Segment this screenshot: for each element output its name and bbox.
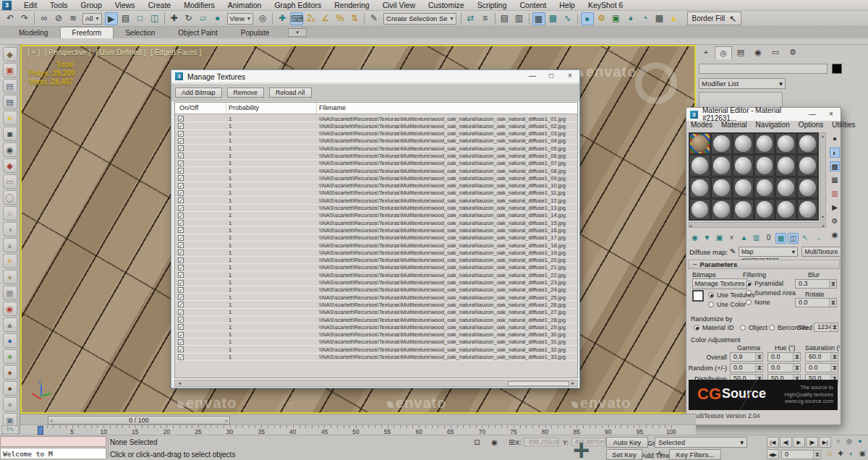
checkbox[interactable]: ✓ [178,116,184,122]
modifier-list-dropdown[interactable]: Modifier List ▾ [699,78,786,89]
close-icon[interactable]: × [561,70,579,82]
tab-object-paint[interactable]: Object Paint [166,27,229,38]
me-menu-utilities[interactable]: Utilities [827,121,859,131]
checkbox[interactable]: ✓ [178,168,184,174]
vertical-scrollbar[interactable]: ▴▾ [820,132,826,221]
material-sample-slot-12[interactable] [797,155,818,176]
angle-snap-icon[interactable]: ∠ [319,12,332,25]
select-and-link-icon[interactable]: ∞ [38,12,51,25]
checkbox[interactable]: ✓ [178,175,184,181]
spheres-array-icon[interactable]: ▦ [3,286,17,300]
rotate-field[interactable]: 0.0 [795,298,837,307]
table-row[interactable]: ✓1\\NAS\scarlett\Recursos\Texturas\Multi… [175,160,577,167]
table-row[interactable]: ✓1\\NAS\scarlett\Recursos\Texturas\Multi… [175,257,577,264]
spinner[interactable] [829,280,835,288]
table-row[interactable]: ✓1\\NAS\scarlett\Recursos\Texturas\Multi… [175,316,577,323]
video-color-check-icon[interactable]: ▥ [830,189,840,199]
material-sample-slot-9[interactable] [733,155,754,176]
add-bitmap-button[interactable]: Add Bitmap [175,88,222,98]
ellipse-tool-icon[interactable]: ◯ [3,190,17,205]
material-sample-slot-1[interactable] [689,133,710,154]
border-fill-button[interactable]: Border Fill ↖ [687,12,742,25]
app-logo-icon[interactable]: 3 [2,1,12,10]
material-sample-slot-14[interactable] [711,177,732,198]
time-slider-handle[interactable]: < 0 / 100 > [48,416,230,425]
checkbox[interactable]: ✓ [178,197,184,203]
table-row[interactable]: ✓1\\NAS\scarlett\Recursos\Texturas\Multi… [175,122,577,129]
zoom-all-icon[interactable]: ◎ [844,437,854,447]
calculator-icon[interactable]: ▤ [3,79,17,93]
scroll-left-icon[interactable]: ◂ [689,223,692,228]
sample-type-icon[interactable]: ● [830,134,840,144]
mini-curve-editor-button[interactable]: ⌇∿ [1,425,19,434]
put-material-to-scene-icon[interactable]: ▼ [702,233,712,244]
show-end-result-icon[interactable]: ◫ [788,233,799,244]
multitexture-type-button[interactable]: MultiTexture [801,247,841,257]
column-on-off[interactable]: On/Off [179,104,198,111]
spinner[interactable] [830,323,837,331]
menu-modifiers[interactable]: Modifiers [177,0,221,10]
previous-frame-arrow-icon[interactable]: < [50,417,54,425]
select-and-rotate-icon[interactable]: ↻ [182,12,195,25]
checkbox[interactable]: ✓ [178,287,184,293]
calculator-alt-icon[interactable]: ▤ [3,95,17,109]
random-hue-field[interactable]: 0.0 [767,363,801,372]
put-to-library-icon[interactable]: ▥ [751,233,762,244]
make-material-copy-icon[interactable]: ▲ [739,233,749,244]
ribbon-more-icon[interactable]: ▾ [288,28,307,37]
next-frame-icon[interactable]: |▶ [806,437,818,448]
radio-pyramidal[interactable]: Pyramidal [746,280,783,287]
plants-icon[interactable]: ∗ [3,349,17,364]
table-row[interactable]: ✓1\\NAS\scarlett\Recursos\Texturas\Multi… [175,137,577,145]
select-and-manipulate-icon[interactable]: ✚ [276,12,289,25]
named-selection-sets-icon[interactable]: ✎ [367,12,380,25]
checkbox[interactable]: ✓ [178,131,184,137]
table-row[interactable]: ✓1\\NAS\scarlett\Recursos\Texturas\Multi… [175,242,577,249]
checkbox[interactable]: ✓ [178,190,184,196]
viewport-menu-pov[interactable]: [ Perspective ] [45,48,90,56]
auto-key-button[interactable]: Auto Key [606,437,648,448]
render-iray-icon[interactable]: ◔ [639,12,652,25]
overall-gamma-field[interactable]: 0.9 [730,352,763,362]
material-sample-slot-19[interactable] [689,199,710,220]
horizontal-scrollbar[interactable]: ◂ ▸ [174,380,578,387]
menu-rendering[interactable]: Rendering [328,0,375,10]
globe-icon[interactable]: ● [3,333,17,348]
undo-icon[interactable]: ↶ [4,12,17,25]
checkbox[interactable]: ✓ [178,250,184,255]
table-row[interactable]: ✓1\\NAS\scarlett\Recursos\Texturas\Multi… [175,264,577,271]
material-sample-slot-11[interactable] [775,155,796,176]
checkbox[interactable]: ✓ [178,145,184,151]
checkbox[interactable]: ✓ [178,235,184,241]
projector-icon[interactable]: ◙ [3,127,17,141]
table-row[interactable]: ✓1\\NAS\scarlett\Recursos\Texturas\Multi… [175,130,577,137]
table-row[interactable]: ✓1\\NAS\scarlett\Recursos\Texturas\Multi… [175,301,577,308]
checkbox[interactable]: ✓ [178,153,184,158]
film-camera-icon[interactable]: ◆ [3,158,17,173]
selection-set-keying-dropdown[interactable]: Selected ▾ [655,437,747,448]
slate-material-editor-icon[interactable]: ▩ [547,12,560,25]
table-row[interactable]: ✓1\\NAS\scarlett\Recursos\Texturas\Multi… [175,249,577,256]
horizontal-scrollbar[interactable]: ◂▸ [689,222,826,228]
material-sample-slot-8[interactable] [711,155,732,176]
table-row[interactable]: ✓1\\NAS\scarlett\Recursos\Texturas\Multi… [175,286,577,294]
tab-motion-icon[interactable]: ◉ [749,46,767,59]
keyboard-override-icon[interactable]: ⌨ [290,12,303,25]
dialog-title-bar[interactable]: 3 Manage Textures — □ × [171,70,579,83]
menu-animation[interactable]: Animation [221,0,268,10]
tab-selection[interactable]: Selection [114,27,166,38]
scroll-right-icon[interactable]: ▸ [822,223,825,228]
menu-scripting[interactable]: Scripting [471,0,514,10]
me-menu-navigation[interactable]: Navigation [752,121,794,131]
material-sample-slot-13[interactable] [689,177,710,198]
scroll-down-icon[interactable]: ▾ [820,214,825,220]
tab-display-icon[interactable]: ▭ [767,46,784,59]
table-row[interactable]: ✓1\\NAS\scarlett\Recursos\Texturas\Multi… [175,145,577,152]
object-name-field[interactable] [699,64,827,74]
go-forward-to-sibling-icon[interactable]: → [812,233,823,244]
circle-tool-icon[interactable]: ○ [3,206,17,221]
maximize-icon[interactable]: □ [542,70,561,82]
maximize-viewport-icon[interactable]: ▣ [857,449,867,459]
overall-saturation-field[interactable]: 60.0 [805,352,838,362]
tab-freeform[interactable]: Freeform [60,27,114,38]
